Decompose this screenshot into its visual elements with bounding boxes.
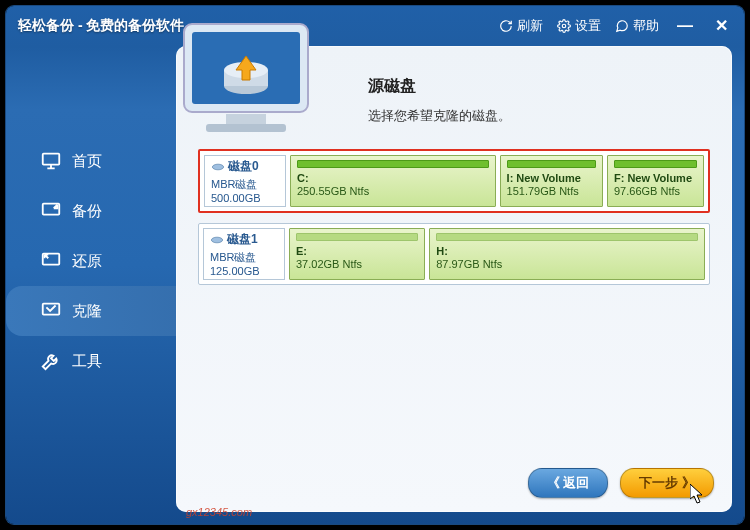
help-icon	[615, 19, 629, 33]
svg-point-0	[562, 24, 566, 28]
sidebar-item-backup[interactable]: 备份	[6, 186, 176, 236]
partition[interactable]: E:37.02GB Ntfs	[289, 228, 425, 280]
sidebar-item-clone[interactable]: 克隆	[6, 286, 178, 336]
backup-icon	[40, 200, 62, 222]
settings-button[interactable]: 设置	[557, 17, 601, 35]
refresh-icon	[499, 19, 513, 33]
partitions: E:37.02GB NtfsH:87.97GB Ntfs	[289, 228, 705, 280]
gear-icon	[557, 19, 571, 33]
svg-rect-7	[226, 114, 266, 124]
svg-rect-1	[43, 154, 60, 165]
svg-point-13	[211, 237, 222, 243]
restore-icon	[40, 250, 62, 272]
main-area: 首页 备份 还原 克隆 工具	[6, 46, 732, 512]
app-window: 轻松备份 - 免费的备份软件 刷新 设置 帮助 — ✕ 首页	[6, 6, 744, 524]
svg-point-12	[212, 164, 223, 170]
content-panel: 源磁盘 选择您希望克隆的磁盘。 磁盘0MBR磁盘500.00GBC:250.55…	[176, 46, 732, 512]
sidebar-item-restore[interactable]: 还原	[6, 236, 176, 286]
partition[interactable]: H:87.97GB Ntfs	[429, 228, 705, 280]
heading-area: 源磁盘 选择您希望克隆的磁盘。	[368, 76, 710, 125]
minimize-button[interactable]: —	[673, 17, 697, 35]
sidebar: 首页 备份 还原 克隆 工具	[6, 46, 176, 512]
disk-row[interactable]: 磁盘1MBR磁盘125.00GBE:37.02GB NtfsH:87.97GB …	[198, 223, 710, 285]
monitor-icon	[40, 150, 62, 172]
disk-info: 磁盘1MBR磁盘125.00GB	[203, 228, 285, 280]
titlebar: 轻松备份 - 免费的备份软件 刷新 设置 帮助 — ✕	[6, 6, 744, 46]
sidebar-item-label: 还原	[72, 252, 102, 271]
disk-info: 磁盘0MBR磁盘500.00GB	[204, 155, 286, 207]
cursor-icon	[690, 484, 706, 504]
partition[interactable]: F: New Volume97.66GB Ntfs	[607, 155, 704, 207]
sidebar-item-label: 工具	[72, 352, 102, 371]
app-title: 轻松备份 - 免费的备份软件	[18, 17, 184, 35]
sidebar-item-label: 克隆	[72, 302, 102, 321]
tools-icon	[40, 350, 62, 372]
clone-icon	[40, 300, 62, 322]
partitions: C:250.55GB NtfsI: New Volume151.79GB Ntf…	[290, 155, 704, 207]
partition[interactable]: C:250.55GB Ntfs	[290, 155, 496, 207]
watermark: gx12345.com	[186, 506, 252, 518]
sidebar-item-label: 首页	[72, 152, 102, 171]
help-button[interactable]: 帮助	[615, 17, 659, 35]
page-title: 源磁盘	[368, 76, 710, 97]
sidebar-item-label: 备份	[72, 202, 102, 221]
footer-buttons: 《 返回 下一步 》	[528, 468, 714, 498]
sidebar-item-home[interactable]: 首页	[6, 136, 176, 186]
page-subtitle: 选择您希望克隆的磁盘。	[368, 107, 710, 125]
back-button[interactable]: 《 返回	[528, 468, 609, 498]
titlebar-actions: 刷新 设置 帮助 — ✕	[499, 16, 732, 35]
close-button[interactable]: ✕	[711, 16, 732, 35]
refresh-button[interactable]: 刷新	[499, 17, 543, 35]
disk-list: 磁盘0MBR磁盘500.00GBC:250.55GB NtfsI: New Vo…	[198, 149, 710, 285]
partition[interactable]: I: New Volume151.79GB Ntfs	[500, 155, 603, 207]
monitor-illustration	[166, 16, 326, 156]
sidebar-item-tools[interactable]: 工具	[6, 336, 176, 386]
disk-row[interactable]: 磁盘0MBR磁盘500.00GBC:250.55GB NtfsI: New Vo…	[198, 149, 710, 213]
svg-rect-8	[206, 124, 286, 132]
